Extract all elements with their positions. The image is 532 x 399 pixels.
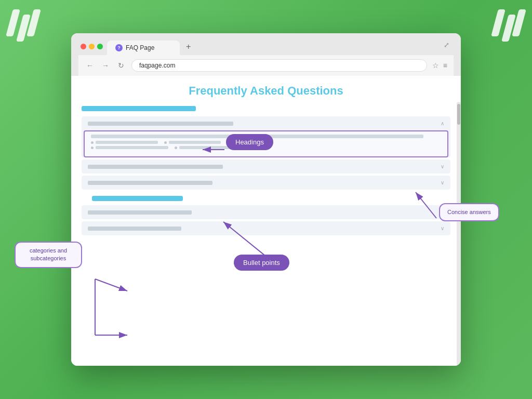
page-title: Frequently Asked Questions	[82, 84, 450, 98]
sub-header-2[interactable]: ∨	[82, 221, 450, 235]
faq-accordion-3: ∨	[82, 176, 450, 190]
sub-header-1[interactable]: ∨	[82, 205, 450, 219]
active-tab[interactable]: ? FAQ Page	[107, 41, 180, 55]
faq-header-2[interactable]: ∨	[82, 159, 450, 174]
forward-button[interactable]: →	[100, 60, 111, 71]
tab-title: FAQ Page	[126, 44, 154, 51]
sub-accordion-1: ∨	[82, 205, 450, 219]
minimize-button[interactable]	[89, 44, 95, 49]
chevron-down-icon-5: ∨	[441, 225, 444, 231]
traffic-lights	[78, 41, 103, 54]
menu-icon[interactable]: ≡	[443, 61, 447, 70]
bookmark-icon[interactable]: ☆	[432, 61, 439, 70]
bullet-points-annotation: Bullet points	[234, 255, 289, 271]
browser-window: ? FAQ Page + ⤢ ← → ↻ faqpage.com ☆ ≡ Fre…	[71, 33, 461, 366]
bullet-dot-4	[175, 147, 177, 149]
new-tab-button[interactable]: +	[181, 38, 196, 55]
bullet-dot-1	[91, 141, 94, 144]
maximize-button[interactable]	[97, 44, 103, 49]
url-text: faqpage.com	[139, 62, 175, 69]
heading-bar-row	[82, 106, 450, 111]
decorative-slash-right	[495, 9, 523, 42]
toolbar-right: ☆ ≡	[432, 61, 447, 70]
bullet-item-2	[164, 141, 221, 144]
close-button[interactable]	[81, 44, 86, 49]
scrollbar-thumb[interactable]	[457, 104, 460, 125]
faq-header-3[interactable]: ∨	[82, 176, 450, 190]
headings-annotation: Headings	[226, 134, 273, 150]
browser-toolbar: ← → ↻ faqpage.com ☆ ≡	[78, 55, 454, 76]
categories-annotation: categories and subcategories	[15, 242, 82, 268]
browser-chrome: ? FAQ Page + ⤢ ← → ↻ faqpage.com ☆ ≡	[71, 33, 461, 76]
heading-bar	[82, 106, 196, 111]
back-button[interactable]: ←	[85, 60, 95, 71]
tab-favicon: ?	[115, 44, 123, 51]
bullet-line-3	[96, 146, 168, 149]
faq-accordion-2: ∨	[82, 159, 450, 174]
concise-answers-annotation: Concise answers	[439, 203, 499, 221]
bullet-line-1	[96, 141, 158, 144]
decorative-slash-left	[9, 9, 37, 42]
expand-icon[interactable]: ⤢	[444, 41, 454, 53]
scrollbar[interactable]	[457, 102, 461, 366]
refresh-button[interactable]: ↻	[116, 60, 126, 71]
bullet-line-2	[169, 141, 221, 144]
categories-text: categories and subcategories	[30, 247, 67, 261]
url-bar[interactable]: faqpage.com	[131, 59, 427, 72]
page-content: Frequently Asked Questions ∧	[71, 76, 461, 366]
chevron-down-icon-3: ∨	[441, 180, 444, 185]
sub-accordion-2: ∨	[82, 221, 450, 235]
bullet-item-1	[91, 141, 158, 144]
bullet-dot-2	[164, 141, 167, 144]
browser-tabs: ? FAQ Page +	[107, 38, 196, 55]
sub-heading-bar-row	[82, 196, 450, 201]
bullet-dot-3	[91, 147, 94, 149]
bullet-item-3	[91, 146, 168, 149]
chevron-down-icon-2: ∨	[441, 164, 444, 169]
faq-header-1[interactable]: ∧	[82, 116, 450, 130]
chevron-up-icon: ∧	[441, 121, 444, 126]
sub-heading-bar	[92, 196, 183, 201]
